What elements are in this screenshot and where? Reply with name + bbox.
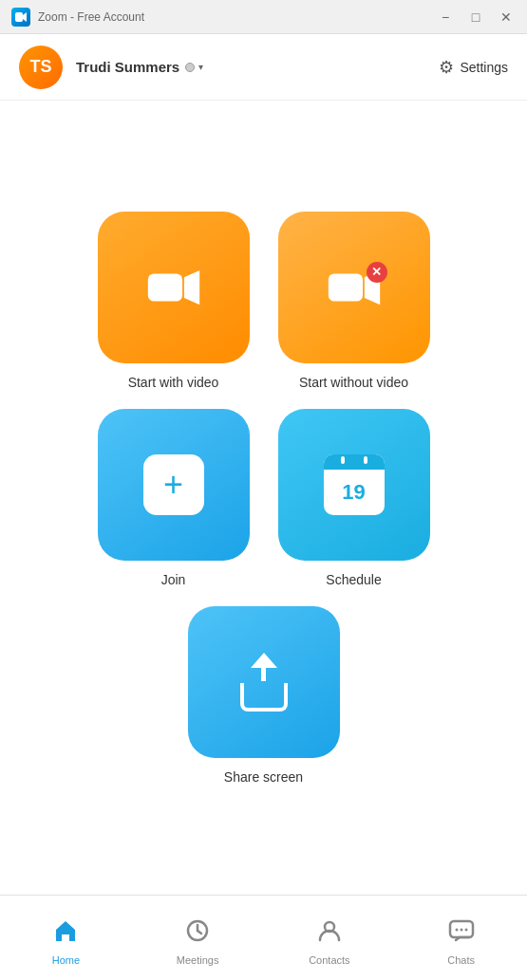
nav-chats-label: Chats — [447, 954, 475, 966]
share-screen-icon — [234, 652, 294, 712]
share-stem — [261, 668, 266, 681]
title-bar-controls: − □ ✕ — [436, 8, 516, 27]
start-with-video-item: Start with video — [98, 212, 250, 390]
start-without-video-button[interactable]: ✕ — [278, 212, 430, 363]
user-info: Trudi Summers ▾ — [76, 59, 203, 75]
main-content: Start with video ✕ Start without video — [0, 101, 527, 895]
title-bar-left: Zoom - Free Account — [11, 8, 144, 27]
svg-point-13 — [464, 929, 467, 932]
nav-contacts-label: Contacts — [309, 954, 349, 966]
bottom-nav: Home Meetings Contacts — [0, 895, 527, 980]
join-button[interactable] — [98, 409, 250, 561]
svg-rect-0 — [15, 12, 23, 22]
row-join-schedule: Join 19 Schedule — [98, 409, 430, 587]
nav-contacts[interactable]: Contacts — [264, 896, 396, 980]
calendar-date: 19 — [342, 480, 365, 505]
nav-meetings[interactable]: Meetings — [132, 896, 264, 980]
header-left: TS Trudi Summers ▾ — [19, 46, 203, 89]
app-header: TS Trudi Summers ▾ ⚙ Settings — [0, 34, 527, 101]
calendar-body: 19 — [324, 470, 385, 515]
start-without-video-label: Start without video — [299, 375, 408, 390]
svg-rect-4 — [328, 273, 362, 301]
avatar: TS — [19, 46, 63, 89]
join-label: Join — [161, 572, 186, 587]
svg-point-11 — [455, 929, 458, 932]
svg-marker-3 — [183, 269, 198, 304]
share-screen-label: Share screen — [224, 769, 303, 785]
nav-home[interactable]: Home — [0, 896, 132, 980]
schedule-item: 19 Schedule — [278, 409, 430, 587]
row-video-buttons: Start with video ✕ Start without video — [98, 212, 430, 390]
calendar-pin-right — [364, 456, 367, 464]
video-camera-icon — [146, 268, 201, 307]
calendar-widget: 19 — [324, 454, 385, 515]
share-screen-item: Share screen — [188, 606, 340, 785]
status-indicator[interactable]: ▾ — [185, 62, 203, 72]
share-arrow-group — [251, 653, 277, 681]
settings-button[interactable]: ⚙ Settings — [439, 57, 508, 78]
clock-icon — [184, 917, 211, 951]
share-arrow-icon — [251, 653, 277, 668]
calendar-pin-left — [341, 456, 345, 464]
user-name: Trudi Summers — [76, 59, 179, 75]
status-dot — [185, 63, 195, 72]
title-bar: Zoom - Free Account − □ ✕ — [0, 0, 527, 34]
contacts-icon — [316, 917, 343, 951]
nav-chats[interactable]: Chats — [395, 896, 527, 980]
svg-marker-1 — [23, 12, 27, 22]
start-with-video-button[interactable] — [98, 212, 250, 363]
maximize-button[interactable]: □ — [466, 8, 485, 27]
plus-icon-container — [143, 454, 204, 515]
app-logo — [11, 8, 30, 27]
svg-line-8 — [198, 931, 201, 934]
nav-meetings-label: Meetings — [177, 954, 219, 966]
chevron-down-icon: ▾ — [198, 62, 203, 72]
minimize-button[interactable]: − — [436, 8, 455, 27]
close-button[interactable]: ✕ — [497, 8, 516, 27]
schedule-label: Schedule — [326, 572, 381, 587]
start-with-video-label: Start with video — [128, 375, 219, 390]
svg-point-12 — [460, 929, 462, 932]
plus-icon — [143, 454, 204, 515]
join-item: Join — [98, 409, 250, 587]
chat-icon — [448, 917, 475, 951]
start-without-video-item: ✕ Start without video — [278, 212, 430, 390]
share-screen-button[interactable] — [188, 606, 340, 758]
settings-label: Settings — [460, 60, 508, 75]
row-share-screen: Share screen — [188, 606, 340, 785]
video-camera-off-icon: ✕ — [327, 268, 382, 307]
calendar-top — [324, 454, 385, 470]
video-off-badge: ✕ — [367, 262, 387, 283]
schedule-button[interactable]: 19 — [278, 409, 430, 561]
gear-icon: ⚙ — [439, 57, 454, 78]
share-box-icon — [240, 683, 288, 712]
share-icon-container — [234, 652, 294, 712]
window-title: Zoom - Free Account — [38, 10, 144, 24]
calendar-icon: 19 — [324, 454, 385, 515]
svg-rect-2 — [147, 273, 181, 301]
nav-home-label: Home — [52, 954, 80, 966]
home-icon — [52, 917, 79, 951]
